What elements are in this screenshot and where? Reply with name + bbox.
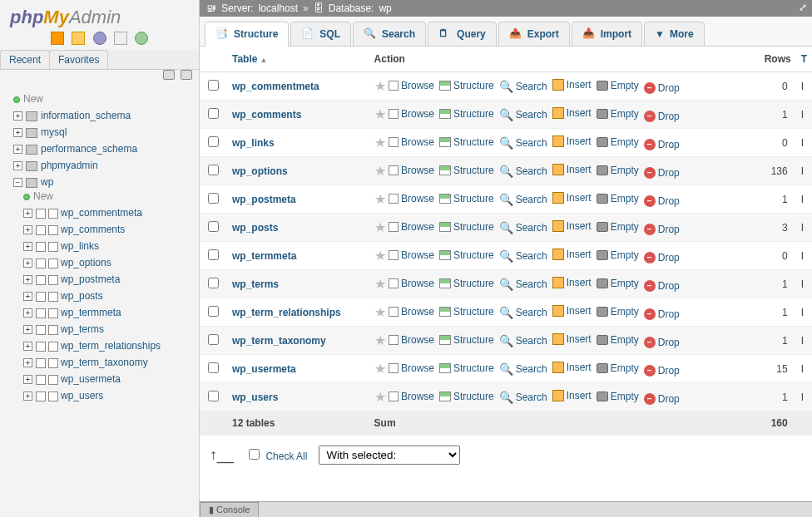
row-checkbox[interactable] — [208, 80, 219, 91]
db-phpmyadmin[interactable]: phpmyadmin — [41, 160, 98, 171]
row-checkbox[interactable] — [208, 334, 219, 345]
tab-more[interactable]: ▼More — [644, 22, 705, 47]
favorite-icon[interactable]: ★ — [374, 135, 386, 150]
tab-recent[interactable]: Recent — [0, 50, 50, 69]
drop-link[interactable]: −Drop — [644, 82, 680, 94]
favorite-icon[interactable]: ★ — [374, 220, 386, 234]
favorite-icon[interactable]: ★ — [374, 390, 386, 404]
structure-link[interactable]: Structure — [439, 221, 494, 233]
tree-table[interactable]: wp_term_taxonomy — [61, 357, 148, 368]
search-link[interactable]: 🔍Search — [499, 193, 547, 206]
search-link[interactable]: 🔍Search — [499, 278, 547, 291]
search-link[interactable]: 🔍Search — [499, 249, 547, 263]
db-wp[interactable]: wp — [41, 176, 53, 188]
db-mysql[interactable]: mysql — [41, 126, 67, 138]
tree-table[interactable]: wp_posts — [61, 290, 103, 302]
insert-link[interactable]: Insert — [552, 249, 592, 260]
insert-link[interactable]: Insert — [552, 305, 592, 317]
structure-link[interactable]: Structure — [439, 136, 494, 148]
expand-icon[interactable]: + — [13, 111, 22, 121]
link-icon[interactable] — [181, 70, 192, 80]
tree-table[interactable]: wp_terms — [61, 323, 104, 335]
structure-link[interactable]: Structure — [439, 391, 494, 402]
col-rows[interactable]: Rows — [752, 47, 796, 72]
tree-table[interactable]: wp_options — [61, 257, 111, 268]
expand-icon[interactable]: + — [13, 161, 22, 170]
collapse-icon[interactable]: − — [13, 178, 22, 187]
expand-icon[interactable]: + — [23, 375, 32, 384]
row-checkbox[interactable] — [208, 108, 219, 119]
empty-link[interactable]: Empty — [597, 249, 639, 261]
db-information_schema[interactable]: information_schema — [41, 110, 131, 121]
expand-icon[interactable]: + — [13, 145, 22, 154]
empty-link[interactable]: Empty — [597, 334, 639, 346]
structure-link[interactable]: Structure — [439, 362, 494, 374]
search-link[interactable]: 🔍Search — [499, 334, 547, 347]
structure-link[interactable]: Structure — [439, 193, 494, 204]
table-name-link[interactable]: wp_term_taxonomy — [232, 335, 326, 347]
favorite-icon[interactable]: ★ — [374, 164, 386, 178]
reload-icon[interactable] — [135, 32, 148, 45]
logo[interactable]: phpMyAdmin — [0, 0, 199, 30]
expand-icon[interactable]: + — [23, 325, 32, 334]
tab-search[interactable]: 🔍Search — [353, 22, 426, 47]
expand-icon[interactable]: + — [23, 308, 32, 318]
collapse-icon[interactable] — [163, 70, 175, 80]
tree-table[interactable]: wp_links — [61, 240, 99, 252]
structure-link[interactable]: Structure — [439, 80, 494, 91]
row-checkbox[interactable] — [208, 165, 219, 175]
browse-link[interactable]: Browse — [389, 80, 434, 91]
empty-link[interactable]: Empty — [597, 362, 639, 374]
db-link[interactable]: wp — [379, 2, 391, 14]
row-checkbox[interactable] — [208, 306, 219, 317]
drop-link[interactable]: −Drop — [644, 195, 680, 207]
tree-table[interactable]: wp_users — [61, 390, 103, 401]
structure-link[interactable]: Structure — [439, 306, 494, 318]
row-checkbox[interactable] — [208, 362, 219, 373]
favorite-icon[interactable]: ★ — [374, 249, 386, 263]
check-all-box[interactable] — [249, 449, 260, 460]
table-name-link[interactable]: wp_comments — [232, 109, 301, 121]
insert-link[interactable]: Insert — [552, 362, 592, 373]
empty-link[interactable]: Empty — [597, 306, 639, 318]
drop-link[interactable]: −Drop — [644, 139, 680, 150]
favorite-icon[interactable]: ★ — [374, 107, 386, 121]
db-performance_schema[interactable]: performance_schema — [41, 143, 137, 155]
favorite-icon[interactable]: ★ — [374, 333, 386, 347]
expand-icon[interactable]: + — [23, 342, 32, 351]
insert-link[interactable]: Insert — [552, 220, 592, 232]
table-name-link[interactable]: wp_commentmeta — [232, 81, 319, 92]
settings-icon[interactable] — [114, 32, 127, 45]
insert-link[interactable]: Insert — [552, 192, 592, 204]
expand-icon[interactable]: + — [13, 128, 22, 137]
docs-icon[interactable] — [93, 32, 106, 45]
empty-link[interactable]: Empty — [597, 193, 639, 204]
search-link[interactable]: 🔍Search — [499, 136, 547, 150]
tab-structure[interactable]: 📑Structure — [205, 22, 289, 47]
row-checkbox[interactable] — [208, 278, 219, 288]
drop-link[interactable]: −Drop — [644, 167, 680, 179]
insert-link[interactable]: Insert — [552, 390, 592, 401]
favorite-icon[interactable]: ★ — [374, 79, 386, 93]
with-selected[interactable]: With selected: — [319, 446, 460, 465]
browse-link[interactable]: Browse — [389, 136, 434, 148]
insert-link[interactable]: Insert — [552, 277, 592, 288]
server-link[interactable]: localhost — [259, 2, 298, 14]
browse-link[interactable]: Browse — [389, 391, 434, 402]
expand-icon[interactable]: + — [23, 391, 32, 401]
insert-link[interactable]: Insert — [552, 135, 592, 147]
console-toggle[interactable]: ▮ Console — [200, 502, 259, 517]
browse-link[interactable]: Browse — [389, 193, 434, 204]
tree-table[interactable]: wp_termmeta — [61, 307, 121, 318]
favorite-icon[interactable]: ★ — [374, 277, 386, 291]
drop-link[interactable]: −Drop — [644, 224, 680, 235]
browse-link[interactable]: Browse — [389, 249, 434, 261]
tab-export[interactable]: 📤Export — [498, 22, 570, 47]
expand-icon[interactable]: + — [23, 225, 32, 234]
expand-icon[interactable]: + — [23, 258, 32, 268]
row-checkbox[interactable] — [208, 136, 219, 147]
insert-link[interactable]: Insert — [552, 79, 592, 91]
tab-import[interactable]: 📥Import — [572, 22, 642, 47]
empty-link[interactable]: Empty — [597, 80, 639, 91]
favorite-icon[interactable]: ★ — [374, 192, 386, 206]
